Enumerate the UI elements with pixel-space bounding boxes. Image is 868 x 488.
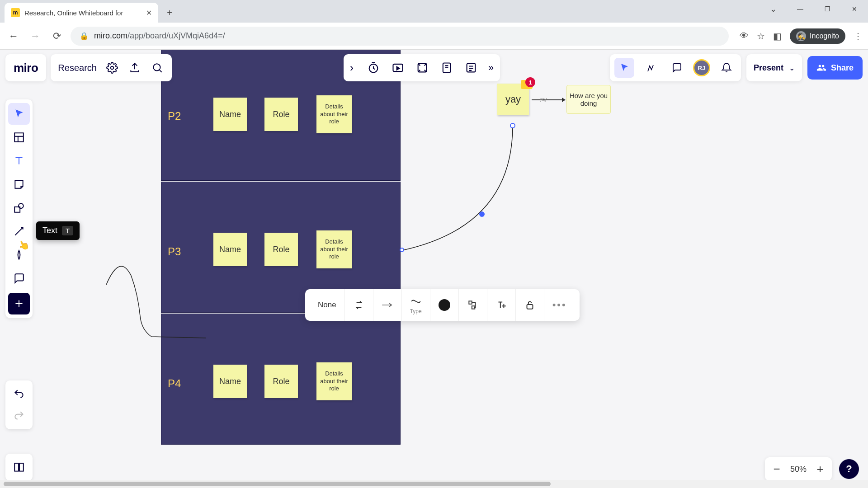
curve-endpoint-handle[interactable] <box>510 123 515 128</box>
connector-arrow[interactable] <box>532 99 565 100</box>
tool-tooltip: Text T <box>36 221 80 240</box>
extensions-icon[interactable]: ◧ <box>773 31 782 42</box>
sticky-how-are-you[interactable]: How are you doing <box>566 85 611 114</box>
share-button[interactable]: Share <box>807 56 863 80</box>
url-field[interactable]: 🔒 miro.com/app/board/uXjVMqiA6d4=/ <box>71 27 729 46</box>
board-name[interactable]: Research <box>58 63 97 73</box>
browser-tab-strip: m Research, Online Whiteboard for ✕ + ⌄ … <box>0 0 868 23</box>
horizontal-scrollbar[interactable] <box>0 480 868 488</box>
line-end-style[interactable] <box>373 289 402 321</box>
freehand-sketch[interactable] <box>97 258 215 348</box>
templates-tool[interactable] <box>8 127 30 148</box>
board-header: Research <box>51 54 172 81</box>
browser-menu-icon[interactable]: ⋮ <box>854 31 863 42</box>
miro-logo-button[interactable]: miro <box>5 54 46 81</box>
comment-count-badge: 1 <box>525 77 535 87</box>
export-icon[interactable] <box>127 61 142 75</box>
select-tool[interactable] <box>8 103 30 125</box>
text-tool[interactable] <box>8 150 30 172</box>
expand-panel-icon[interactable]: › <box>350 61 354 74</box>
help-button[interactable]: ? <box>839 459 859 479</box>
sticky-role[interactable]: Role <box>264 365 298 398</box>
row-label: P4 <box>168 377 181 390</box>
line-type-button[interactable]: Type <box>402 289 430 321</box>
curve-mid-handle[interactable] <box>479 211 485 217</box>
sticky-tool[interactable] <box>8 174 30 195</box>
share-label: Share <box>831 63 854 73</box>
back-button[interactable]: ← <box>5 28 22 44</box>
selected-curve[interactable] <box>398 117 524 298</box>
add-text-button[interactable] <box>487 289 516 321</box>
frames-panel-button[interactable] <box>8 456 30 478</box>
address-bar: ← → ⟳ 🔒 miro.com/app/board/uXjVMqiA6d4=/… <box>0 23 868 50</box>
minimize-window-icon[interactable]: — <box>787 0 814 18</box>
more-tools-button[interactable] <box>8 293 30 314</box>
present-button[interactable]: Present <box>754 63 783 73</box>
sticky-name[interactable]: Name <box>213 233 247 266</box>
row-label: P2 <box>168 110 181 122</box>
incognito-badge[interactable]: 🕵 Incognito <box>790 28 845 44</box>
sticky-role[interactable]: Role <box>264 98 298 131</box>
frames-icon[interactable] <box>415 61 429 75</box>
notes-icon[interactable] <box>464 61 478 75</box>
presentation-icon[interactable] <box>391 61 405 75</box>
sticky-name[interactable]: Name <box>213 98 247 131</box>
more-apps-icon[interactable]: » <box>488 62 494 74</box>
zoom-out-button[interactable]: − <box>771 462 782 476</box>
new-tab-button[interactable]: + <box>162 5 177 20</box>
url-text: miro.com/app/board/uXjVMqiA6d4=/ <box>94 31 225 41</box>
miro-favicon: m <box>11 8 20 17</box>
reload-button[interactable]: ⟳ <box>49 28 65 44</box>
browser-tab[interactable]: m Research, Online Whiteboard for ✕ <box>5 3 158 23</box>
sticky-details[interactable]: Details about their role <box>316 95 352 133</box>
line-context-toolbar: None Type ••• <box>305 289 580 321</box>
notifications-button[interactable] <box>717 58 736 78</box>
zoom-in-button[interactable]: + <box>815 462 826 476</box>
close-window-icon[interactable]: ✕ <box>841 0 868 18</box>
avatar[interactable]: RJ <box>693 59 710 76</box>
timer-icon[interactable] <box>366 61 381 75</box>
forward-button: → <box>27 28 43 44</box>
connector-label[interactable]: yay <box>540 97 547 102</box>
sticky-details[interactable]: Details about their role <box>316 230 352 268</box>
swap-ends-button[interactable] <box>345 289 373 321</box>
tooltip-shortcut: T <box>62 226 73 235</box>
comments-button[interactable] <box>667 58 687 78</box>
svg-rect-14 <box>527 305 533 309</box>
sticky-yay[interactable]: yay 1 <box>497 84 529 115</box>
zoom-value[interactable]: 50% <box>790 465 807 474</box>
shapes-tool[interactable] <box>8 197 30 219</box>
scrollbar-thumb[interactable] <box>4 482 551 486</box>
sticky-role[interactable]: Role <box>264 233 298 266</box>
present-dropdown-icon[interactable]: ⌄ <box>789 64 795 72</box>
canvas[interactable]: P2 Name Role Details about their role P3… <box>0 50 868 488</box>
redo-button <box>8 405 30 427</box>
maximize-window-icon[interactable]: ❐ <box>814 0 841 18</box>
undo-button[interactable] <box>8 383 30 405</box>
close-tab-icon[interactable]: ✕ <box>146 9 152 17</box>
svg-rect-11 <box>19 463 24 471</box>
reactions-button[interactable] <box>641 58 660 78</box>
settings-icon[interactable] <box>105 61 119 75</box>
bookmark-icon[interactable]: ☆ <box>757 31 765 42</box>
eye-off-icon[interactable]: 👁 <box>740 31 749 41</box>
line-route-button[interactable] <box>459 289 487 321</box>
curve-endpoint-handle[interactable] <box>400 248 404 252</box>
tab-title: Research, Online Whiteboard for <box>24 9 142 17</box>
line-start-style[interactable]: None <box>310 289 345 321</box>
svg-point-0 <box>111 66 114 70</box>
search-icon[interactable] <box>150 61 165 75</box>
cursor-mode-button[interactable] <box>614 58 634 78</box>
tab-search-icon[interactable]: ⌄ <box>760 0 787 18</box>
card-icon[interactable] <box>439 61 454 75</box>
incognito-label: Incognito <box>810 32 839 40</box>
svg-point-9 <box>19 203 24 208</box>
comment-tool[interactable] <box>8 267 30 289</box>
more-options-button[interactable]: ••• <box>544 289 575 321</box>
svg-rect-10 <box>14 463 19 471</box>
sticky-details[interactable]: Details about their role <box>316 362 352 400</box>
svg-rect-13 <box>472 306 475 309</box>
sticky-name[interactable]: Name <box>213 365 247 398</box>
line-color-button[interactable] <box>430 289 459 321</box>
lock-button[interactable] <box>516 289 544 321</box>
